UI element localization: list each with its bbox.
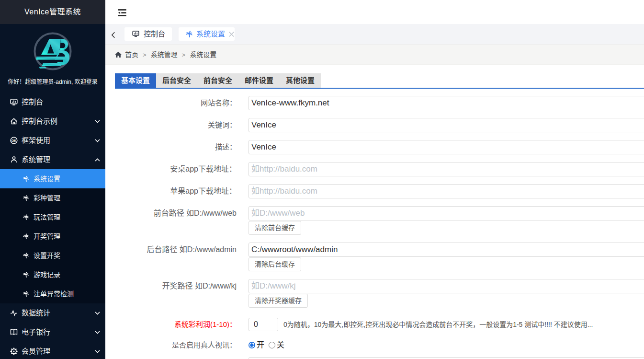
- svg-text:OK: OK: [11, 139, 17, 142]
